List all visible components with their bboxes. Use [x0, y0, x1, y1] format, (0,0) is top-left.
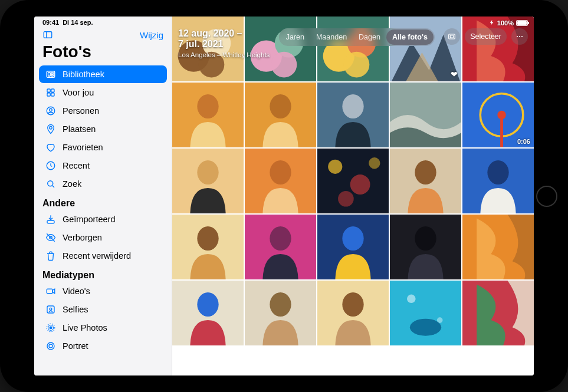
- photo-thumbnail[interactable]: [245, 215, 316, 279]
- photo-thumbnail[interactable]: [390, 281, 461, 345]
- svg-rect-3: [48, 73, 51, 76]
- sidebar-item-portrait[interactable]: Portret: [39, 337, 167, 355]
- photo-thumbnail[interactable]: [317, 17, 389, 81]
- photo-thumbnail[interactable]: [245, 281, 316, 345]
- sidebar-item-label: Personen: [63, 106, 99, 116]
- sidebar-item-import[interactable]: Geïmporteerd: [39, 210, 167, 228]
- photo-thumbnail[interactable]: [172, 149, 244, 213]
- screen: 09:41 Di 14 sep. Wijzig Foto's Bibliothe…: [34, 17, 534, 375]
- video-duration-badge: 0:06: [517, 138, 530, 145]
- photo-thumbnail[interactable]: 0:06: [462, 83, 534, 147]
- photo-thumbnail[interactable]: [317, 215, 389, 279]
- sidebar-item-foryou[interactable]: Voor jou: [39, 84, 167, 101]
- svg-rect-4: [51, 73, 54, 74]
- segment-jaren[interactable]: Jaren: [280, 29, 310, 45]
- svg-point-72: [415, 226, 436, 251]
- svg-point-57: [328, 160, 342, 174]
- svg-point-55: [270, 160, 291, 185]
- favorite-icon: ❤: [451, 70, 458, 79]
- photo-thumbnail[interactable]: [172, 281, 244, 345]
- photo-thumbnail[interactable]: [462, 149, 534, 213]
- selfie-icon: [45, 304, 57, 315]
- svg-rect-8: [47, 93, 50, 96]
- svg-rect-86: [451, 35, 454, 38]
- sidebar-item-clock[interactable]: Recent: [39, 157, 167, 174]
- sidebar-scroll[interactable]: BibliotheekVoor jouPersonenPlaatsenFavor…: [34, 65, 172, 375]
- photo-thumbnail[interactable]: [172, 83, 244, 147]
- segment-allefotos[interactable]: Alle foto's: [386, 29, 434, 45]
- video-icon: [45, 286, 57, 297]
- photo-thumbnail[interactable]: [390, 215, 461, 279]
- sidebar-item-hidden[interactable]: Verborgen: [39, 229, 167, 246]
- photo-thumbnail[interactable]: ❤: [390, 17, 461, 81]
- sidebar-section-mediatypen[interactable]: Mediatypen: [34, 265, 172, 282]
- photo-thumbnail[interactable]: [245, 149, 316, 213]
- sidebar-item-heart[interactable]: Favorieten: [39, 139, 167, 156]
- places-icon: [45, 124, 57, 134]
- main-content: ❤0:06 100% 12 aug. 2020 – 7 jul. 2021 Lo…: [172, 17, 534, 375]
- segment-dagen[interactable]: Dagen: [353, 29, 386, 45]
- date-range-line1: 12 aug. 2020 –: [178, 28, 242, 38]
- search-icon: [45, 179, 57, 189]
- svg-point-89: [521, 36, 523, 37]
- more-button[interactable]: [511, 28, 528, 45]
- svg-point-44: [270, 94, 291, 118]
- sidebar-section-andere[interactable]: Andere: [34, 193, 172, 210]
- segment-maanden[interactable]: Maanden: [310, 29, 353, 45]
- photo-thumbnail[interactable]: [462, 215, 534, 279]
- sidebar-item-search[interactable]: Zoek: [39, 175, 167, 193]
- photo-thumbnail[interactable]: [245, 83, 316, 147]
- photo-grid[interactable]: ❤0:06: [172, 17, 534, 375]
- date-location-block[interactable]: 12 aug. 2020 – 7 jul. 2021 Los Angeles –…: [178, 28, 270, 58]
- edit-button[interactable]: Wijzig: [140, 30, 163, 40]
- view-segmented-control[interactable]: JarenMaandenDagenAlle foto's: [279, 28, 435, 46]
- ipad-frame: 09:41 Di 14 sep. Wijzig Foto's Bibliothe…: [0, 0, 568, 392]
- portrait-icon: [45, 341, 57, 351]
- svg-point-70: [342, 226, 363, 251]
- aspect-ratio-button[interactable]: [444, 28, 460, 45]
- photo-thumbnail[interactable]: [172, 215, 244, 279]
- sidebar-section-title: Mediatypen: [42, 270, 94, 281]
- hidden-icon: [45, 232, 57, 243]
- sidebar-item-label: Geïmporteerd: [63, 215, 115, 224]
- sidebar-item-label: Live Photos: [63, 323, 107, 332]
- photo-thumbnail[interactable]: [462, 281, 534, 345]
- svg-rect-15: [47, 220, 54, 223]
- import-icon: [45, 214, 57, 225]
- sidebar-toggle-icon[interactable]: [42, 29, 53, 40]
- date-range: 12 aug. 2020 – 7 jul. 2021: [178, 28, 270, 50]
- svg-point-60: [338, 191, 354, 207]
- home-button[interactable]: [536, 186, 557, 207]
- photo-thumbnail[interactable]: [390, 83, 461, 147]
- sidebar-section-title: Andere: [42, 198, 75, 209]
- heart-icon: [45, 142, 57, 153]
- sidebar-item-people[interactable]: Personen: [39, 102, 167, 120]
- sidebar-item-video[interactable]: Video's: [39, 282, 167, 300]
- svg-point-42: [197, 94, 218, 118]
- sidebar-item-label: Favorieten: [63, 143, 103, 152]
- sidebar-item-trash[interactable]: Recent verwijderd: [39, 247, 167, 265]
- status-date: Di 14 sep.: [63, 19, 93, 26]
- svg-point-36: [344, 52, 370, 78]
- date-range-line2: 7 jul. 2021: [178, 39, 224, 49]
- svg-rect-18: [47, 306, 54, 313]
- sidebar-item-label: Video's: [63, 286, 90, 296]
- svg-point-77: [270, 292, 291, 317]
- select-button[interactable]: Selecteer: [465, 28, 507, 45]
- sidebar-item-label: Voor jou: [63, 88, 94, 97]
- sidebar-item-live[interactable]: Live Photos: [39, 319, 167, 337]
- sidebar-item-places[interactable]: Plaatsen: [39, 120, 167, 138]
- app-title: Foto's: [34, 41, 172, 65]
- status-time: 09:41: [42, 19, 59, 26]
- sidebar-item-selfie[interactable]: Selfies: [39, 301, 167, 318]
- photo-thumbnail[interactable]: [317, 83, 389, 147]
- sidebar-item-label: Verborgen: [63, 233, 102, 242]
- photo-thumbnail[interactable]: [390, 149, 461, 213]
- svg-rect-6: [47, 89, 50, 92]
- svg-point-79: [342, 292, 363, 317]
- svg-rect-7: [51, 89, 54, 92]
- sidebar-item-library[interactable]: Bibliotheek: [39, 65, 167, 83]
- photo-thumbnail[interactable]: [317, 149, 389, 213]
- svg-point-68: [270, 226, 291, 251]
- photo-thumbnail[interactable]: [317, 281, 389, 345]
